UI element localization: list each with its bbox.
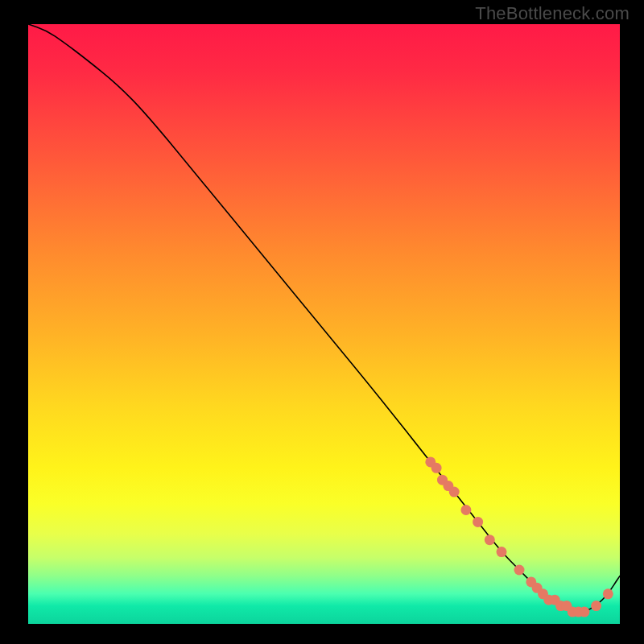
data-marker — [514, 565, 525, 576]
data-marker — [497, 547, 507, 557]
data-marker — [591, 601, 601, 611]
data-marker — [431, 463, 442, 473]
marker-group — [425, 456, 613, 617]
data-marker — [460, 505, 471, 515]
chart-frame: TheBottleneck.com — [0, 0, 644, 644]
plot-area — [28, 24, 620, 624]
data-marker — [603, 588, 613, 599]
data-marker — [579, 607, 589, 617]
data-marker — [485, 535, 495, 545]
watermark-text: TheBottleneck.com — [475, 3, 630, 24]
data-marker — [473, 517, 483, 527]
data-marker — [449, 487, 460, 497]
chart-svg — [28, 24, 620, 624]
bottleneck-curve — [28, 24, 620, 612]
